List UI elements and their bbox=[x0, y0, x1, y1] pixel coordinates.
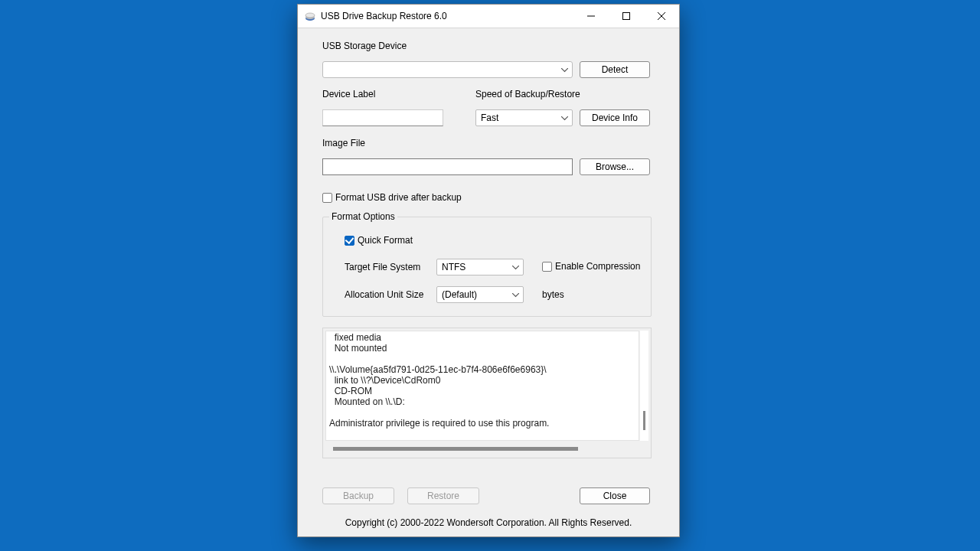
svg-rect-4 bbox=[623, 13, 630, 20]
quick-format-label: Quick Format bbox=[358, 235, 413, 246]
maximize-button[interactable] bbox=[609, 5, 644, 28]
image-file-input[interactable] bbox=[322, 158, 573, 175]
usb-storage-device-select[interactable] bbox=[322, 61, 573, 78]
restore-button[interactable]: Restore bbox=[407, 487, 479, 504]
device-label-label: Device Label bbox=[322, 89, 375, 99]
close-app-button[interactable]: Close bbox=[580, 487, 650, 504]
speed-value: Fast bbox=[476, 112, 498, 123]
device-info-button[interactable]: Device Info bbox=[580, 109, 650, 126]
minimize-button[interactable] bbox=[573, 5, 609, 28]
alloc-unit-size-value: (Default) bbox=[437, 289, 477, 300]
copyright-text: Copyright (c) 2000-2022 Wondersoft Corpo… bbox=[298, 517, 679, 528]
format-after-backup-label: Format USB drive after backup bbox=[335, 192, 462, 203]
chevron-down-icon bbox=[512, 262, 519, 272]
device-label-input[interactable] bbox=[322, 109, 443, 126]
enable-compression-label: Enable Compression bbox=[555, 261, 640, 272]
alloc-unit-size-select[interactable]: (Default) bbox=[436, 286, 524, 303]
chevron-down-icon bbox=[561, 112, 568, 123]
usb-storage-device-label: USB Storage Device bbox=[322, 41, 407, 51]
bytes-label: bytes bbox=[542, 289, 564, 300]
enable-compression-checkbox[interactable] bbox=[542, 262, 552, 272]
speed-label: Speed of Backup/Restore bbox=[475, 89, 580, 99]
format-after-backup-checkbox[interactable] bbox=[322, 193, 332, 203]
detect-button[interactable]: Detect bbox=[580, 61, 650, 78]
format-options-group: Format Options Quick Format Target File … bbox=[322, 217, 652, 317]
log-panel: fixed media Not mounted \\.\Volume{aa5fd… bbox=[322, 328, 652, 458]
speed-select[interactable]: Fast bbox=[475, 109, 573, 126]
image-file-label: Image File bbox=[322, 138, 365, 148]
backup-button[interactable]: Backup bbox=[322, 487, 394, 504]
window-title: USB Drive Backup Restore 6.0 bbox=[321, 11, 447, 21]
target-fs-select[interactable]: NTFS bbox=[436, 259, 524, 276]
alloc-unit-size-label: Allocation Unit Size bbox=[345, 289, 423, 300]
client-area: USB Storage Device Detect Device Label S… bbox=[298, 28, 679, 536]
app-window: USB Drive Backup Restore 6.0 USB Storage… bbox=[297, 4, 680, 537]
target-fs-value: NTFS bbox=[437, 262, 466, 272]
log-vscrollbar[interactable] bbox=[640, 331, 648, 441]
app-icon bbox=[304, 10, 316, 22]
svg-point-2 bbox=[305, 13, 315, 18]
browse-button[interactable]: Browse... bbox=[580, 158, 650, 175]
chevron-down-icon bbox=[561, 64, 568, 75]
log-text[interactable]: fixed media Not mounted \\.\Volume{aa5fd… bbox=[325, 331, 639, 441]
close-button[interactable] bbox=[644, 5, 679, 28]
chevron-down-icon bbox=[512, 289, 519, 300]
title-bar[interactable]: USB Drive Backup Restore 6.0 bbox=[298, 5, 679, 28]
quick-format-checkbox[interactable] bbox=[345, 236, 354, 246]
target-fs-label: Target File System bbox=[345, 262, 420, 272]
log-hscrollbar[interactable] bbox=[325, 445, 639, 453]
format-options-legend: Format Options bbox=[329, 211, 397, 222]
